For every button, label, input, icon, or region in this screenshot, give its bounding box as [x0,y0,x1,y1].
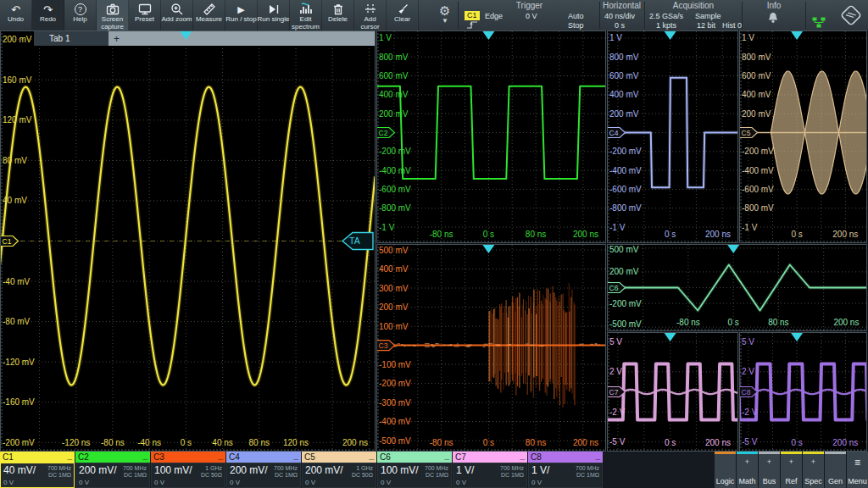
channel-scale[interactable]: 40 mV/ [3,464,36,476]
acquisition-points: 1 kpts [656,21,676,30]
channel-scale[interactable]: 100 mV/ [381,464,419,476]
trigger-source-badge[interactable]: C1 [465,11,480,20]
panel-c2[interactable]: 1 V800 mV600 mV400 mV200 mV-200 mV-400 m… [376,30,606,243]
trigger-level[interactable]: 0 V [526,12,537,20]
channel-cell-C4[interactable]: C4_200 mV/700 MHzDC 1MΩ0 V [226,452,301,488]
svg-text:C6: C6 [609,284,619,292]
trigger-slope-icon[interactable] [466,20,478,31]
channel-header-C6[interactable]: C6_ [377,452,452,463]
channel-header-C8[interactable]: C8_ [528,452,603,463]
channel-scale[interactable]: 1 V/ [456,464,474,476]
channel-scale[interactable]: 1 V/ [531,464,549,476]
toolbar-button-label: Redo [32,16,64,24]
channel-scale[interactable]: 200 mV/ [230,464,268,476]
logic-button[interactable]: Logic [715,452,736,488]
tab-1[interactable] [34,30,108,46]
edit-spectrum-button[interactable]: Edit spectrum [290,0,322,30]
panel-c3[interactable]: 500 mV400 mV300 mV200 mV100 mV-100 mV-20… [376,244,606,452]
network-status-icon [812,17,826,30]
chevron-down-icon[interactable]: ▼ [442,17,448,25]
channel-cell-C5[interactable]: C5_200 mV/1 GHzDC 50Ω0 V [302,452,376,488]
math-button[interactable]: +Math [737,452,758,488]
panel-c8[interactable]: 5 V2 V-2 V-5 V0 s200 nsC8 [739,332,867,452]
minimize-icon[interactable]: _ [142,451,147,460]
channel-header-C5[interactable]: C5_ [302,452,376,463]
channel-scale[interactable]: 200 mV/ [305,464,343,476]
button-label: Math [738,477,755,485]
spec-button[interactable]: +Spec [803,452,824,488]
screen-capture-button[interactable]: Screen capture [97,0,129,30]
help-button[interactable]: ?Help [64,0,97,30]
channel-cell-C8[interactable]: C8_1 V/700 MHzDC 1MΩ0 V [528,452,603,488]
bell-icon[interactable] [766,11,780,25]
add-cursor-button[interactable]: Add cursor [354,0,387,30]
minimize-icon[interactable]: _ [369,451,374,460]
channel-cell-C3[interactable]: C3_100 mV/1 GHzDC 50Ω0 V [151,452,225,488]
channel-scale[interactable]: 100 mV/ [154,464,192,476]
panel-c6[interactable]: 500 mV200 mV-200 mV-500 mV-80 ns0 s80 ns… [607,244,867,331]
y-axis-label: -200 mV [609,147,642,156]
status-bar: ⚙ ▼ Trigger C1 Edge 0 V Auto Stop Horizo… [434,0,868,30]
toolbar-button-label: Measure [193,16,225,24]
minimize-icon[interactable]: _ [520,451,525,460]
channel-offset: 0 V [79,479,89,486]
delete-button[interactable]: Delete [322,0,354,30]
plus-icon: + [811,458,815,466]
panel-c5[interactable]: 1 V800 mV600 mV400 mV200 mV-200 mV-400 m… [739,30,867,243]
minimize-icon[interactable]: _ [595,451,600,460]
horizontal-section-header[interactable]: Horizontal [602,1,642,10]
button-color-strip [803,452,824,454]
preset-button[interactable]: Preset [129,0,161,30]
acquisition-mode: Sample [695,12,721,20]
channel-header-C1[interactable]: C1_ [0,452,75,463]
measure-button[interactable]: Measure [193,0,225,30]
horizontal-position[interactable]: 0 s [615,21,625,30]
minimize-icon[interactable]: _ [444,451,449,460]
ref-button[interactable]: +Ref [781,452,802,488]
channel-offset: 0 V [456,479,466,486]
right-button-group: Logic+Math+Bus+Ref+SpecGen≡Menu [714,452,868,488]
minimize-icon[interactable]: _ [67,451,72,460]
panel-c4[interactable]: 1 V800 mV600 mV400 mV200 mV-200 mV-400 m… [607,30,738,243]
trigger-section-header[interactable]: Trigger [459,1,599,10]
x-axis-label: 200 ns [342,438,368,447]
acquisition-section-header[interactable]: Acquisition [646,1,741,10]
acquisition-history[interactable]: Hist 0 [722,21,742,30]
delete-icon [331,3,345,16]
y-axis-label: -200 mV [3,438,35,447]
x-axis-label: 0 s [665,438,676,447]
menu-button[interactable]: ≡Menu [847,452,868,488]
bus-button[interactable]: +Bus [759,452,780,488]
trigger-type[interactable]: Edge [485,12,503,20]
redo-button[interactable]: ↷Redo [32,0,64,30]
run-single-button[interactable]: Run single [258,0,290,30]
channel-header-C3[interactable]: C3_ [151,452,225,463]
horizontal-scale[interactable]: 40 ns/div [604,12,635,20]
y-axis-label: 600 mV [609,71,639,80]
channel-cell-C6[interactable]: C6_100 mV/700 MHzDC 1MΩ0 V [377,452,452,488]
acquisition-rate: 2.5 GSa/s [649,12,683,20]
undo-button[interactable]: ↶Undo [0,0,32,30]
channel-scale[interactable]: 200 mV/ [79,464,117,476]
panel-c1-main[interactable]: Tab 1+200 mV160 mV120 mV80 mV40 mV-40 mV… [0,30,376,452]
minimize-icon[interactable]: _ [293,451,298,460]
panel-c7[interactable]: 5 V2 V-2 V-5 V0 s200 nsC7 [607,332,738,452]
run-stop-button[interactable]: ▶Run / stop [225,0,258,30]
minimize-icon[interactable]: _ [218,451,223,460]
add-tab-button[interactable]: + [114,33,120,45]
channel-header-C4[interactable]: C4_ [226,452,301,463]
y-axis-label: -500 mV [379,436,411,446]
clear-button[interactable]: Clear [387,0,419,30]
gen-button[interactable]: Gen [825,452,846,488]
channel-header-C2[interactable]: C2_ [75,452,150,463]
channel-cell-C7[interactable]: C7_1 V/700 MHzDC 1MΩ0 V [453,452,527,488]
trigger-mode[interactable]: Auto [568,12,584,20]
channel-header-C7[interactable]: C7_ [453,452,527,463]
channel-cell-C2[interactable]: C2_200 mV/700 MHzDC 1MΩ0 V [75,452,150,488]
svg-text:C4: C4 [609,129,619,137]
info-section-header[interactable]: Info [744,1,804,10]
toolbar-button-label: Clear [387,16,419,24]
plus-icon: + [767,458,771,466]
channel-cell-C1[interactable]: C1_40 mV/700 MHzDC 1MΩ0 V [0,452,75,488]
add-zoom-button[interactable]: Add zoom [161,0,193,30]
